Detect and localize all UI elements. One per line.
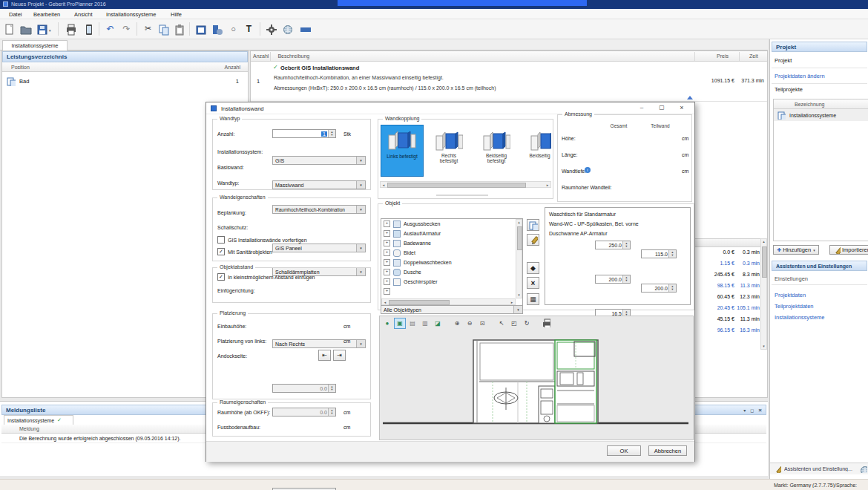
fill-drop-button[interactable]: ● <box>381 318 393 329</box>
frame-tool-button[interactable]: ◰ <box>508 318 520 329</box>
menu-hilfe[interactable]: Hilfe <box>171 11 182 18</box>
wall-button[interactable] <box>194 22 208 36</box>
menu-datei[interactable]: Datei <box>9 11 22 18</box>
zoom-in-button[interactable]: ⊕ <box>451 318 463 329</box>
grid-button[interactable]: ▥ <box>419 318 431 329</box>
tree-hscrollbar[interactable]: ◂ ▸ <box>381 298 516 305</box>
tree-item-partial[interactable]: + <box>381 287 522 296</box>
list-column-header[interactable]: Bezeichnung <box>774 99 868 109</box>
expand-icon[interactable]: + <box>384 288 390 295</box>
tile-links-befestigt[interactable]: Links befestigt <box>381 125 424 177</box>
scroll-down-icon[interactable]: ▾ <box>761 344 766 349</box>
meldungen-tab[interactable]: Installationssysteme ✓ <box>4 415 73 425</box>
wall-preview-drawing[interactable] <box>380 330 693 440</box>
selected-object-item[interactable]: Duschwanne AP-Armatur <box>549 231 690 236</box>
object-copy-button[interactable] <box>527 219 539 231</box>
row-expand-marker[interactable] <box>687 96 693 99</box>
sidebar-item-projekt[interactable]: Projekt <box>775 57 792 64</box>
splitter-handle[interactable] <box>436 195 488 196</box>
einbauhoehe-field[interactable]: 0.0▴▾ <box>272 384 336 393</box>
menu-installationssysteme[interactable]: Installationssysteme <box>106 11 157 18</box>
expand-icon[interactable]: + <box>384 278 390 285</box>
spec-header-row[interactable]: Anzahl Beschreibung Preis Zeit <box>251 51 767 62</box>
scroll-up-icon[interactable]: ▴ <box>516 220 522 225</box>
scroll-up-icon[interactable]: ▴ <box>761 239 766 244</box>
anzahl-spinner[interactable]: ▴▾ <box>328 130 335 137</box>
tile-beidseitig-befestigt[interactable]: Beidseitig befestigt <box>475 127 518 174</box>
new-button[interactable] <box>2 22 16 36</box>
panel-menu-icon[interactable]: ▾ <box>743 408 746 413</box>
scroll-left-icon[interactable]: ◂ <box>381 183 386 188</box>
expand-icon[interactable]: + <box>384 230 390 237</box>
tab-installationssysteme[interactable]: Installationssysteme <box>2 40 68 50</box>
tile-beidseitig-fle[interactable]: Beidseitig Fle <box>522 127 551 174</box>
system-select[interactable]: GIS▾ <box>272 156 366 165</box>
andock-rechts-button[interactable]: ⇥ <box>333 350 346 361</box>
basiswand-select[interactable]: Massivwand▾ <box>272 180 366 189</box>
spinner[interactable]: ▴▾ <box>668 250 676 258</box>
settings-button[interactable] <box>264 22 278 36</box>
tree-item-ausgussbecken[interactable]: +Ausgussbecken <box>381 219 522 229</box>
tree-item-badewanne[interactable]: +Badewanne <box>381 238 522 248</box>
spinner[interactable]: ▴▾ <box>328 385 335 392</box>
component-button[interactable] <box>210 22 224 36</box>
anzahl-field[interactable]: 1 ▴▾ <box>272 129 336 138</box>
pan-view-button[interactable]: ▣ <box>394 318 406 329</box>
spinner[interactable]: ▴▾ <box>622 241 630 249</box>
selected-object-item[interactable]: Wand-WC - UP-Spülkasten, Bet. vorne <box>549 221 690 226</box>
tree-item-geschirrspueler[interactable]: +Geschirrspüler <box>381 277 522 287</box>
checkbox-unchecked[interactable] <box>217 236 225 244</box>
scrollbar-thumb[interactable] <box>389 300 450 305</box>
preview-button[interactable] <box>82 22 96 36</box>
andock-links-button[interactable]: ⇤ <box>318 350 331 361</box>
layers-button[interactable]: ▤ <box>407 318 418 329</box>
expand-icon[interactable]: + <box>384 220 390 227</box>
link-projektdaten[interactable]: Projektdaten <box>775 292 806 298</box>
expand-icon[interactable]: + <box>384 249 390 256</box>
scrollbar-thumb[interactable] <box>517 226 522 250</box>
scrollbar-thumb[interactable] <box>387 183 526 188</box>
object-remove-button[interactable]: × <box>527 277 539 289</box>
copy-button[interactable] <box>157 22 171 36</box>
sidebar-item-teilprojekte[interactable]: Teilprojekte <box>775 86 803 93</box>
minimize-button[interactable]: – <box>635 104 648 113</box>
laenge-teilwand-field[interactable]: 200.0▴▾ <box>641 284 677 293</box>
refresh-view-button[interactable]: ◪ <box>432 318 444 329</box>
menu-ansicht[interactable]: Ansicht <box>74 11 93 18</box>
language-button[interactable] <box>280 22 295 36</box>
group-einstellungen[interactable]: Einstellungen <box>775 275 808 282</box>
hoehe-teilwand-field[interactable]: 115.0▴▾ <box>641 249 677 258</box>
vertical-scrollbar[interactable]: ▴ ▾ <box>760 238 767 350</box>
redo-button[interactable]: ↷ <box>119 22 134 36</box>
paste-button[interactable] <box>172 22 186 36</box>
print-preview-button[interactable] <box>540 318 552 329</box>
spec-row[interactable]: 1 ✓ Geberit GIS Installationswand Raumho… <box>251 62 767 102</box>
tile-rechts-befestigt[interactable]: Rechts befestigt <box>429 127 469 174</box>
link-installationssysteme[interactable]: Installationssysteme <box>775 314 825 321</box>
scroll-down-icon[interactable]: ▾ <box>516 293 522 298</box>
wandkopplung-scrollbar[interactable]: ◂ ▸ <box>380 181 551 188</box>
link-teilprojektdaten[interactable]: Teilprojektdaten <box>775 303 814 310</box>
object-edit-button[interactable] <box>527 234 539 246</box>
rotate-tool-button[interactable]: ↻ <box>521 318 533 329</box>
spinner[interactable]: ▴▾ <box>668 284 676 292</box>
close-button[interactable]: × <box>675 104 688 113</box>
circle-tool-button[interactable]: ○ <box>226 22 240 36</box>
close-panel-icon[interactable]: × <box>758 407 762 414</box>
tree-vscrollbar[interactable]: ▴ ▾ <box>516 219 522 298</box>
dialog-title-bar[interactable]: Installationswand – ▢ × <box>206 102 694 114</box>
hoehe-gesamt-field[interactable]: 250.0▴▾ <box>595 241 631 249</box>
pin-icon[interactable]: ◻ <box>750 408 754 413</box>
save-dropdown[interactable]: ▾ <box>49 28 51 33</box>
open-button[interactable] <box>19 22 33 36</box>
link-projektdaten-aendern[interactable]: Projektdaten ändern <box>775 73 825 79</box>
expand-icon[interactable]: + <box>384 259 390 266</box>
tree-item-auslauf-armatur[interactable]: +Auslauf/Armatur <box>381 229 522 238</box>
checkbox-checked[interactable]: ✓ <box>217 248 225 255</box>
expand-icon[interactable]: + <box>384 269 390 275</box>
save-button[interactable] <box>35 22 49 36</box>
expand-icon[interactable]: + <box>384 240 390 246</box>
lv-column-header[interactable]: Position Anzahl <box>2 62 248 72</box>
print-button[interactable] <box>64 22 78 36</box>
measure-button[interactable] <box>298 22 312 36</box>
